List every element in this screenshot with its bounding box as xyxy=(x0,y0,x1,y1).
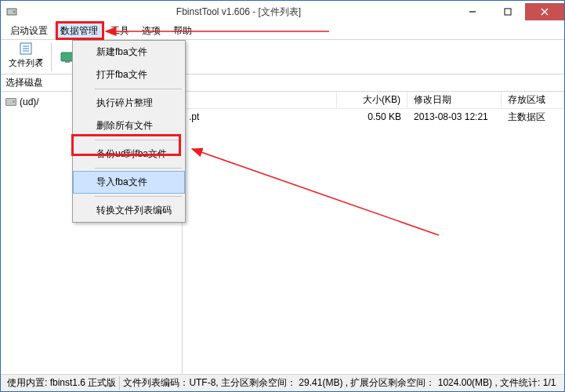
menu-new-fba[interactable]: 新建fba文件 xyxy=(73,41,185,64)
toolbar-file-list[interactable]: 文件列表 xyxy=(4,39,48,74)
svg-marker-10 xyxy=(37,59,43,62)
menu-tools[interactable]: 工具 xyxy=(104,23,136,39)
menu-import-fba[interactable]: 导入fba文件 xyxy=(73,171,185,194)
maximize-button[interactable] xyxy=(490,3,525,20)
minimize-button[interactable] xyxy=(455,3,490,20)
svg-rect-12 xyxy=(65,61,70,63)
menu-data-manage[interactable]: 数据管理 xyxy=(54,23,104,39)
window-controls xyxy=(455,3,564,20)
menu-startup[interactable]: 启动设置 xyxy=(4,23,54,39)
svg-point-1 xyxy=(13,11,16,13)
chevron-down-icon xyxy=(37,59,43,62)
cell-area: 主数据区 xyxy=(502,111,564,124)
statusbar: 使用内置: fbinst1.6 正式版 文件列表编码：UTF-8, 主分区剩余空… xyxy=(1,374,564,391)
menu-defrag[interactable]: 执行碎片整理 xyxy=(73,92,185,114)
select-disk-label: 选择磁盘 xyxy=(5,76,43,89)
menu-help[interactable]: 帮助 xyxy=(167,23,198,39)
menu-separator xyxy=(95,89,182,89)
table-row[interactable]: .pt 0.50 KB 2013-08-03 12:21 主数据区 xyxy=(183,109,564,125)
list-body: .pt 0.50 KB 2013-08-03 12:21 主数据区 xyxy=(183,109,564,374)
col-name[interactable] xyxy=(183,92,337,108)
menu-options[interactable]: 选项 xyxy=(136,23,167,39)
status-seg2: 文件列表编码：UTF-8, 主分区剩余空间： 29.41(MB) , 扩展分区剩… xyxy=(120,376,559,390)
col-date[interactable]: 修改日期 xyxy=(407,92,502,108)
menu-convert-encoding[interactable]: 转换文件列表编码 xyxy=(73,199,185,222)
menu-separator xyxy=(95,140,182,140)
col-size[interactable]: 大小(KB) xyxy=(337,92,407,108)
col-area[interactable]: 存放区域 xyxy=(502,92,564,108)
close-button[interactable] xyxy=(525,3,564,20)
dropdown-data-manage: 新建fba文件 打开fba文件 执行碎片整理 删除所有文件 备份ud到fba文件… xyxy=(72,40,186,223)
list-header: 大小(KB) 修改日期 存放区域 xyxy=(183,92,564,109)
cell-name: .pt xyxy=(183,111,337,122)
status-seg1: 使用内置: fbinst1.6 正式版 xyxy=(4,376,120,390)
menu-open-fba[interactable]: 打开fba文件 xyxy=(73,64,185,86)
menubar: 启动设置 数据管理 工具 选项 帮助 xyxy=(1,23,564,40)
file-list-panel: 大小(KB) 修改日期 存放区域 .pt 0.50 KB 2013-08-03 … xyxy=(183,92,564,374)
menu-backup-ud[interactable]: 备份ud到fba文件 xyxy=(73,143,185,165)
cell-date: 2013-08-03 12:21 xyxy=(407,111,502,122)
menu-separator xyxy=(95,196,182,197)
menu-delete-all[interactable]: 删除所有文件 xyxy=(73,114,185,137)
menu-separator xyxy=(95,168,182,169)
titlebar: FbinstTool v1.606 - [文件列表] xyxy=(1,1,564,23)
cell-size: 0.50 KB xyxy=(337,111,407,122)
tree-root-label: (ud)/ xyxy=(20,96,39,107)
window-title: FbinstTool v1.606 - [文件列表] xyxy=(23,5,455,19)
toolbar-separator xyxy=(51,43,52,71)
disk-icon xyxy=(5,98,16,106)
app-icon xyxy=(5,5,18,18)
svg-rect-3 xyxy=(505,9,511,15)
file-list-icon xyxy=(18,41,34,56)
